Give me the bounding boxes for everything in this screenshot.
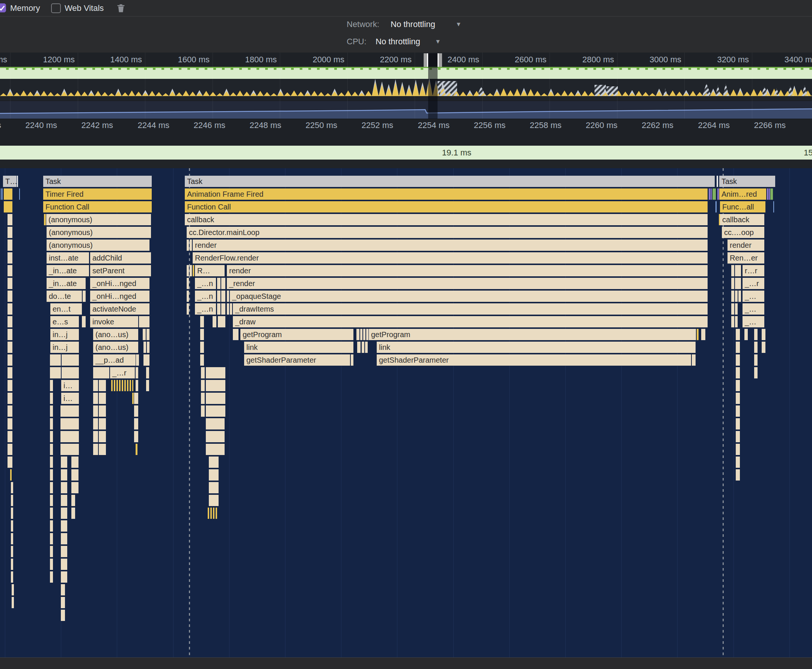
flame-bar[interactable]: Func…all — [720, 201, 765, 212]
flame-bar[interactable]: i… — [61, 380, 79, 391]
flame-bar[interactable] — [99, 418, 106, 429]
flame-bar[interactable] — [50, 457, 53, 468]
flame-bar[interactable] — [61, 546, 67, 557]
flame-bar[interactable] — [697, 329, 699, 340]
flame-bar[interactable] — [50, 495, 53, 506]
flame-bar[interactable]: addChild — [90, 252, 151, 264]
chevron-down-icon[interactable]: ▼ — [456, 21, 462, 28]
flame-bar[interactable] — [50, 380, 53, 391]
flame-bar[interactable] — [99, 444, 106, 455]
flame-bar[interactable] — [143, 355, 150, 366]
flame-bar[interactable]: _…n — [195, 278, 216, 289]
flame-bar[interactable] — [7, 380, 12, 391]
flame-bar[interactable] — [136, 367, 138, 378]
flame-bar[interactable] — [11, 495, 13, 506]
flame-bar[interactable] — [146, 380, 149, 391]
task-header-bar[interactable]: T… — [3, 176, 17, 187]
flame-bar[interactable] — [61, 520, 67, 531]
flame-bar[interactable]: callback — [720, 214, 764, 225]
overview-memory-band[interactable] — [0, 101, 812, 119]
flame-bar[interactable] — [7, 214, 12, 225]
flame-bar[interactable]: callback — [185, 214, 708, 225]
flame-bar[interactable]: (anonymous) — [47, 227, 151, 238]
flame-bar[interactable] — [735, 291, 738, 302]
flame-bar[interactable] — [7, 227, 12, 238]
flame-bar[interactable] — [206, 444, 225, 455]
flame-bar[interactable] — [761, 342, 765, 353]
flame-bar[interactable] — [201, 380, 205, 391]
flame-bar[interactable] — [93, 380, 98, 391]
flame-bar[interactable] — [143, 342, 146, 353]
flame-bar[interactable] — [61, 572, 67, 583]
flame-bar[interactable] — [736, 457, 740, 468]
flame-bar[interactable] — [11, 546, 13, 557]
flame-bar[interactable] — [61, 444, 79, 455]
flame-bar[interactable]: RenderFlow.render — [193, 252, 708, 264]
task-header-bar[interactable]: Task — [719, 176, 775, 187]
flame-bar[interactable] — [736, 431, 740, 442]
flame-bar[interactable] — [736, 444, 740, 455]
flame-bar[interactable] — [99, 431, 106, 442]
flame-bar[interactable]: Function Call — [185, 201, 708, 212]
flame-bar[interactable]: getShaderParameter — [377, 355, 691, 366]
flame-bar[interactable]: (ano…us) — [93, 329, 138, 340]
flame-bar[interactable] — [736, 342, 740, 353]
flame-bar[interactable] — [61, 533, 67, 545]
memory-checkbox[interactable] — [0, 3, 6, 12]
flame-bar[interactable]: _onHi…nged — [90, 291, 150, 302]
flame-bar[interactable] — [217, 291, 221, 302]
flame-bar[interactable]: _in…ate — [47, 278, 86, 289]
flame-bar[interactable]: do…te — [47, 291, 82, 302]
flame-bar[interactable] — [206, 367, 225, 378]
web-vitals-checkbox[interactable] — [51, 3, 61, 13]
flame-bar[interactable] — [12, 597, 14, 608]
flame-bar[interactable] — [711, 188, 712, 200]
flame-bar[interactable] — [736, 355, 740, 366]
flame-bar[interactable] — [61, 431, 79, 442]
flame-bar[interactable]: R… — [195, 265, 225, 276]
flame-bar[interactable] — [754, 329, 758, 340]
flame-bar[interactable] — [362, 342, 364, 353]
flame-bar[interactable] — [62, 367, 79, 378]
flame-bar[interactable] — [770, 188, 773, 200]
flame-bar[interactable]: (anonymous) — [46, 214, 151, 225]
flame-bar[interactable] — [50, 533, 53, 545]
flame-bar[interactable] — [754, 367, 758, 378]
flame-bar[interactable]: r…r — [743, 265, 764, 276]
flame-bar[interactable]: Ren…er — [728, 252, 764, 264]
flame-bar[interactable] — [50, 367, 61, 378]
flame-bar[interactable] — [754, 355, 758, 366]
flame-bar[interactable]: _…n — [195, 291, 216, 302]
flame-bar[interactable] — [187, 240, 189, 251]
flame-bar[interactable] — [187, 303, 189, 314]
flame-bar[interactable] — [61, 405, 79, 417]
flame-bar[interactable] — [365, 342, 368, 353]
flame-bar[interactable] — [146, 367, 149, 378]
flame-bar[interactable]: _drawItems — [233, 303, 708, 314]
flame-bar[interactable] — [7, 342, 12, 353]
flame-bar[interactable] — [99, 393, 106, 404]
flame-bar[interactable]: setParent — [90, 265, 151, 276]
flame-bar[interactable] — [136, 444, 138, 455]
flame-bar[interactable] — [4, 188, 12, 200]
flame-bar[interactable] — [190, 240, 192, 251]
flame-bar[interactable]: render — [728, 240, 764, 251]
flame-chart[interactable]: T…TaskTaskTaskTimer FiredAnimation Frame… — [0, 168, 812, 657]
flame-bar[interactable] — [11, 482, 13, 493]
flame-bar[interactable] — [50, 355, 61, 366]
flame-bar[interactable] — [230, 303, 232, 314]
flame-bar[interactable] — [1, 188, 2, 200]
network-throttle-select[interactable]: No throttling — [391, 20, 435, 29]
flame-bar[interactable]: _…n — [195, 303, 216, 314]
flame-bar[interactable] — [7, 355, 12, 366]
flame-bar[interactable] — [7, 329, 12, 340]
flame-bar[interactable]: _draw — [233, 316, 708, 327]
flame-bar[interactable] — [206, 405, 225, 417]
flame-bar[interactable] — [82, 316, 86, 327]
flame-bar[interactable] — [50, 482, 53, 493]
flame-bar[interactable] — [227, 291, 229, 302]
flame-bar[interactable] — [50, 431, 53, 442]
flame-bar[interactable] — [83, 291, 86, 302]
flame-bar[interactable] — [366, 329, 369, 340]
flame-bar[interactable] — [738, 291, 741, 302]
